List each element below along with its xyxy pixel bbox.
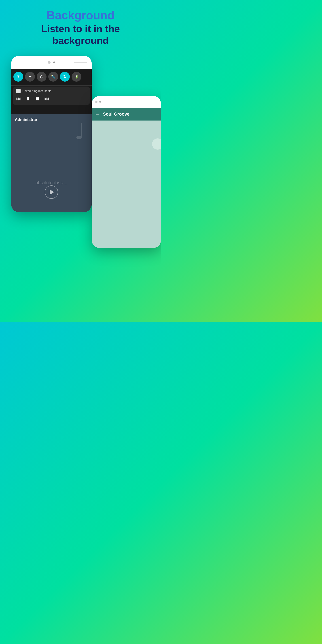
station-decoration: [152, 138, 161, 150]
phone-left: ▼ ✦ ⊖ 🔦 ↻ 🔋: [11, 56, 92, 212]
media-controls[interactable]: ⏮ ⏸ ⏹ ⏭: [16, 95, 87, 103]
wifi-toggle[interactable]: ▼: [14, 72, 23, 82]
next-button[interactable]: ⏭: [44, 96, 49, 102]
app-icon: [16, 89, 20, 93]
notification-shade: Administrar ♩ absoluteclassi...: [11, 114, 92, 212]
notch-line: [74, 62, 87, 63]
phones-area: ▼ ✦ ⊖ 🔦 ↻ 🔋: [0, 56, 161, 302]
pause-button[interactable]: ⏸: [26, 96, 30, 102]
stop-button[interactable]: ⏹: [35, 96, 40, 102]
station-content: [92, 120, 161, 248]
camera-dot-small: [53, 62, 55, 63]
station-title: Soul Groove: [103, 112, 158, 117]
bluetooth-icon: ✦: [28, 74, 32, 79]
quick-settings-bar: ▼ ✦ ⊖ 🔦 ↻ 🔋: [11, 69, 92, 84]
header: Background Listen to it in the backgroun…: [0, 0, 161, 54]
flashlight-toggle[interactable]: 🔦: [48, 72, 58, 82]
page-title: Background: [14, 9, 148, 22]
dnd-icon: ⊖: [40, 74, 44, 80]
sensor-right: [99, 101, 101, 103]
separator: [11, 85, 92, 86]
app-name: United Kingdom Radio: [22, 89, 52, 92]
watermark-text: absoluteclassi...: [36, 180, 67, 185]
phone-left-notch: [11, 56, 92, 69]
dnd-toggle[interactable]: ⊖: [37, 72, 46, 82]
play-icon: [50, 190, 54, 195]
play-circle[interactable]: [45, 185, 58, 199]
phone-right-notch: [92, 96, 161, 108]
sync-icon: ↻: [63, 74, 67, 79]
notification-card: United Kingdom Radio ⏮ ⏸ ⏹ ⏭: [13, 86, 90, 105]
camera-right: [95, 101, 98, 103]
flashlight-icon: 🔦: [51, 74, 56, 79]
music-note-icon: ♩: [74, 118, 85, 144]
app-bar: ← Soul Groove: [92, 108, 161, 120]
back-button[interactable]: ←: [95, 111, 100, 117]
battery-toggle[interactable]: 🔋: [72, 72, 82, 82]
sync-toggle[interactable]: ↻: [60, 72, 70, 82]
phone-screen: ▼ ✦ ⊖ 🔦 ↻ 🔋: [11, 69, 92, 212]
wifi-icon: ▼: [16, 74, 20, 79]
bluetooth-toggle[interactable]: ✦: [25, 72, 35, 82]
notification-header: United Kingdom Radio: [16, 89, 87, 93]
battery-icon: 🔋: [75, 75, 78, 78]
page-subtitle: Listen to it in the background: [14, 23, 148, 47]
phone-right: ← Soul Groove: [92, 96, 161, 248]
prev-button[interactable]: ⏮: [16, 96, 21, 102]
camera-dot: [48, 61, 50, 64]
